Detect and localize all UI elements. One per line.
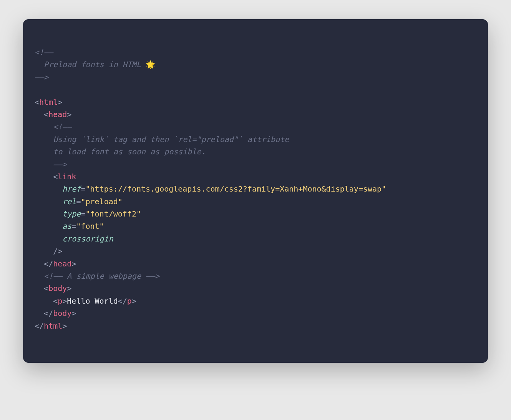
indent [35, 234, 62, 243]
indent [35, 309, 44, 318]
tag-head: head [53, 259, 71, 268]
indent [35, 246, 53, 256]
equals: = [81, 209, 85, 218]
angle-bracket: > [67, 110, 71, 119]
self-close: /> [53, 246, 62, 256]
tag-p: p [127, 296, 132, 306]
attr-as: as [62, 222, 71, 231]
angle-bracket: < [44, 284, 48, 293]
indent [35, 209, 62, 218]
close-tag: </ [44, 309, 53, 318]
comment-open: <!—— [35, 48, 53, 57]
tag-body: body [53, 309, 71, 318]
angle-bracket: < [35, 98, 39, 107]
angle-bracket: < [53, 172, 58, 181]
equals: = [81, 184, 85, 193]
val-rel: "preload" [81, 197, 122, 206]
tag-p: p [58, 296, 62, 306]
angle-bracket: > [67, 284, 71, 293]
comment-close: ——> [35, 73, 48, 82]
code-panel: <!—— Preload fonts in HTML 🌟 ——> <html> … [23, 19, 488, 363]
indent [35, 184, 62, 193]
tag-html: html [44, 321, 62, 331]
angle-bracket: < [53, 296, 58, 306]
close-tag: </ [35, 321, 44, 331]
comment-line: to load font as soon as possible. [35, 147, 206, 156]
indent [35, 172, 53, 181]
comment-line: Using `link` tag and then `rel="preload"… [35, 135, 289, 144]
attr-crossorigin: crossorigin [62, 234, 113, 243]
tag-link: link [58, 172, 76, 181]
attr-href: href [62, 184, 81, 193]
indent [35, 271, 44, 281]
indent [35, 110, 44, 119]
close-tag: </ [44, 259, 53, 268]
indent [35, 197, 62, 206]
val-href: "https://fonts.googleapis.com/css2?famil… [85, 184, 386, 193]
tag-html: html [39, 98, 58, 107]
val-type: "font/woff2" [85, 209, 141, 218]
indent [35, 296, 53, 306]
val-as: "font" [76, 222, 104, 231]
angle-bracket: > [132, 296, 136, 306]
equals: = [71, 222, 76, 231]
indent [35, 284, 44, 293]
angle-bracket: > [58, 98, 62, 107]
comment-body: Preload fonts in HTML [35, 60, 146, 69]
tag-head: head [48, 110, 67, 119]
code-block[interactable]: <!—— Preload fonts in HTML 🌟 ——> <html> … [35, 46, 476, 332]
angle-bracket: > [62, 321, 67, 331]
close-tag: </ [118, 296, 127, 306]
indent [35, 122, 53, 131]
angle-bracket: > [62, 296, 67, 306]
angle-bracket: > [71, 259, 76, 268]
indent [35, 222, 62, 231]
comment-inline: <!—— A simple webpage ——> [44, 271, 159, 281]
angle-bracket: < [44, 110, 48, 119]
attr-type: type [62, 209, 81, 218]
tag-body: body [48, 284, 67, 293]
emoji-sparkle: 🌟 [146, 60, 155, 69]
angle-bracket: > [71, 309, 76, 318]
comment-close: ——> [35, 160, 67, 169]
text-hello-world: Hello World [67, 296, 118, 306]
indent [35, 259, 44, 268]
attr-rel: rel [62, 197, 76, 206]
equals: = [76, 197, 81, 206]
comment-open: <!—— [53, 122, 71, 131]
